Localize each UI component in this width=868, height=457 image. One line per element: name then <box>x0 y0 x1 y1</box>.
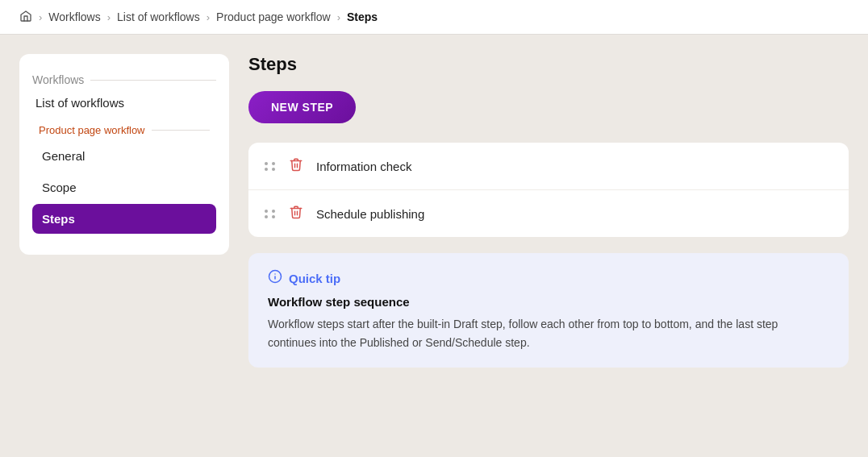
page-title: Steps <box>248 54 849 75</box>
content-area: Steps NEW STEP Informati <box>248 54 849 368</box>
breadcrumb: › Workflows › List of workflows › Produc… <box>0 0 868 35</box>
home-icon[interactable] <box>19 10 32 24</box>
breadcrumb-list-of-workflows[interactable]: List of workflows <box>117 10 200 23</box>
main-layout: Workflows List of workflows Product page… <box>0 35 868 387</box>
breadcrumb-sep-3: › <box>207 11 210 23</box>
quick-tip-label: Quick tip <box>289 272 340 285</box>
breadcrumb-steps: Steps <box>347 10 378 23</box>
table-row: Schedule publishing <box>248 190 849 237</box>
quick-tip-box: Quick tip Workflow step sequence Workflo… <box>248 253 849 368</box>
sidebar-section-title: Workflows <box>32 73 216 86</box>
sidebar-sub-section-name: Product page workflow <box>39 124 145 136</box>
info-icon <box>268 269 282 287</box>
sidebar-item-steps[interactable]: Steps <box>32 204 216 234</box>
delete-step-1-button[interactable] <box>289 157 303 175</box>
drag-handle-1[interactable] <box>265 162 276 171</box>
delete-step-2-button[interactable] <box>289 205 303 222</box>
breadcrumb-sep-4: › <box>337 11 340 23</box>
breadcrumb-workflows[interactable]: Workflows <box>48 10 100 23</box>
breadcrumb-product-page-workflow[interactable]: Product page workflow <box>216 10 331 23</box>
sidebar: Workflows List of workflows Product page… <box>19 54 229 255</box>
breadcrumb-sep-1: › <box>39 11 42 23</box>
table-row: Information check <box>248 143 849 190</box>
new-step-button[interactable]: NEW STEP <box>248 91 356 123</box>
steps-list: Information check Schedule publi <box>248 143 849 237</box>
quick-tip-header: Quick tip <box>268 269 829 287</box>
quick-tip-text: Workflow steps start after the built-in … <box>268 315 829 351</box>
sidebar-item-scope[interactable]: Scope <box>32 172 216 202</box>
sidebar-item-general[interactable]: General <box>32 141 216 171</box>
step-name-1: Information check <box>316 160 411 173</box>
breadcrumb-sep-2: › <box>107 11 111 23</box>
sidebar-section-label: Workflows <box>32 73 84 86</box>
sidebar-sub-label: Product page workflow <box>32 119 216 141</box>
sidebar-group-label: List of workflows <box>32 96 216 110</box>
step-name-2: Schedule publishing <box>316 207 424 221</box>
quick-tip-title: Workflow step sequence <box>268 295 829 309</box>
drag-handle-2[interactable] <box>265 210 276 218</box>
sidebar-sub-section: Product page workflow General Scope Step… <box>32 119 216 234</box>
